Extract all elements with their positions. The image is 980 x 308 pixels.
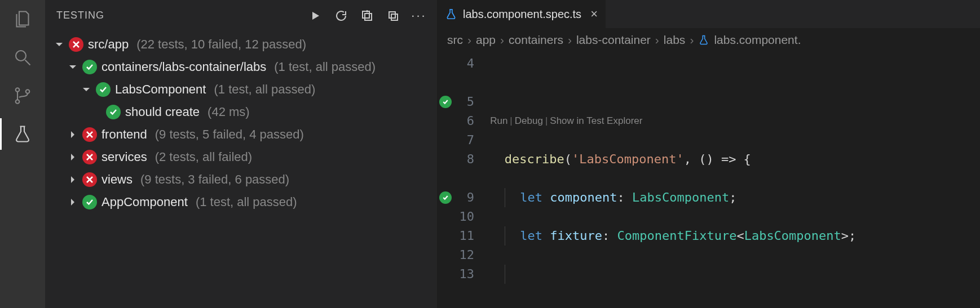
line-number: 11 (454, 226, 474, 245)
tree-node-labs-path[interactable]: containers/labs-container/labs (1 test, … (45, 56, 437, 78)
editor-tabs: labs.component.spec.ts × (437, 0, 980, 28)
status-pass-icon (106, 105, 121, 119)
breadcrumb-segment[interactable]: labs (664, 33, 686, 47)
collapse-all-icon (386, 9, 400, 23)
chevron-down-icon (68, 63, 77, 72)
chevron-down-icon (82, 85, 91, 94)
svg-rect-6 (391, 14, 398, 20)
tree-node-src-app[interactable]: src/app (22 tests, 10 failed, 12 passed) (45, 33, 437, 56)
svg-point-1 (16, 88, 20, 92)
chevron-right-icon: › (568, 33, 572, 47)
line-number: 13 (454, 265, 474, 284)
activity-source-control[interactable] (11, 84, 34, 107)
test-tree: src/app (22 tests, 10 failed, 12 passed)… (45, 31, 437, 308)
new-window-icon (360, 9, 374, 23)
activity-search[interactable] (11, 46, 34, 69)
typescript-test-icon (445, 8, 457, 20)
tree-node-views[interactable]: views (9 tests, 3 failed, 6 passed) (45, 168, 437, 191)
tree-node-label: should create (125, 105, 200, 119)
status-pass-icon (82, 60, 97, 74)
tree-node-label: containers/labs-container/labs (101, 60, 266, 74)
gutter-pass-icon[interactable] (439, 96, 452, 108)
tree-node-app-component[interactable]: AppComponent (1 test, all passed) (45, 191, 437, 213)
tree-node-should-create[interactable]: should create (42 ms) (45, 101, 437, 123)
line-number: 8 (454, 150, 474, 169)
tree-node-frontend[interactable]: frontend (9 tests, 5 failed, 4 passed) (45, 123, 437, 146)
tree-node-meta: (22 tests, 10 failed, 12 passed) (136, 37, 306, 52)
tab-close-button[interactable]: × (587, 7, 598, 21)
editor: labs.component.spec.ts × src › app › con… (437, 0, 980, 308)
expand-all-button[interactable] (359, 8, 375, 24)
line-number: 6 (454, 111, 474, 131)
tree-node-meta: (9 tests, 5 failed, 4 passed) (155, 127, 304, 142)
chevron-down-icon (55, 40, 64, 49)
line-number: 5 (454, 92, 474, 111)
chevron-right-icon: › (655, 33, 659, 47)
tree-node-meta: (9 tests, 3 failed, 6 passed) (140, 172, 289, 187)
line-number: 9 (454, 188, 474, 207)
tree-node-label: AppComponent (101, 195, 188, 209)
breadcrumb-segment[interactable]: containers (509, 33, 563, 47)
status-fail-icon (82, 172, 97, 187)
chevron-right-icon (68, 153, 77, 162)
status-fail-icon (69, 37, 83, 52)
editor-tab-active[interactable]: labs.component.spec.ts × (437, 0, 606, 28)
breadcrumb-segment[interactable]: labs-container (576, 33, 651, 47)
tree-node-label: LabsComponent (115, 82, 206, 97)
tree-node-meta: (1 test, all passed) (274, 60, 376, 74)
svg-point-2 (16, 100, 20, 104)
refresh-tests-button[interactable] (333, 8, 349, 24)
tree-node-meta: (1 test, all passed) (214, 82, 315, 97)
status-pass-icon (96, 82, 111, 97)
tree-node-label: services (101, 150, 147, 164)
status-fail-icon (82, 127, 97, 142)
breadcrumb-segment[interactable]: app (476, 33, 496, 47)
code-content[interactable]: Run|Debug|Show in Test Explorer describe… (482, 52, 980, 308)
code-area[interactable]: 4 5 6 7 8 9 10 11 12 13 Run|Debug|Show i… (437, 52, 980, 308)
tree-node-label: src/app (88, 37, 129, 52)
collapse-all-button[interactable] (385, 8, 401, 24)
line-number: 7 (454, 131, 474, 150)
tree-node-label: frontend (101, 127, 147, 142)
typescript-test-icon (698, 34, 709, 46)
chevron-right-icon: › (690, 33, 694, 47)
testing-panel-title: TESTING (56, 10, 104, 21)
line-number-gutter: 4 5 6 7 8 9 10 11 12 13 (454, 52, 482, 308)
chevron-right-icon (68, 175, 77, 184)
files-icon (12, 9, 33, 29)
tree-node-label: views (101, 172, 133, 187)
tree-node-meta: (42 ms) (208, 105, 250, 119)
gutter-pass-icon[interactable] (439, 191, 452, 204)
activity-testing[interactable] (11, 123, 34, 145)
line-number: 4 (454, 54, 474, 73)
refresh-icon (334, 9, 348, 23)
play-icon (308, 9, 322, 23)
status-fail-icon (82, 150, 97, 164)
beaker-icon (12, 124, 33, 144)
testing-panel-header: TESTING ··· (45, 0, 437, 31)
gutter-test-status (437, 52, 454, 308)
breadcrumb-segment[interactable]: labs.component. (714, 33, 801, 47)
activity-explorer[interactable] (11, 8, 34, 30)
status-pass-icon (82, 195, 97, 209)
svg-point-3 (26, 90, 30, 93)
tree-node-meta: (2 tests, all failed) (155, 150, 252, 164)
codelens-run[interactable]: Run (490, 115, 507, 126)
more-actions-button[interactable]: ··· (411, 8, 427, 24)
codelens-debug[interactable]: Debug (515, 115, 543, 126)
svg-rect-4 (363, 11, 369, 18)
tree-node-services[interactable]: services (2 tests, all failed) (45, 146, 437, 168)
svg-rect-5 (389, 12, 395, 18)
breadcrumbs[interactable]: src › app › containers › labs-container … (437, 28, 980, 52)
breadcrumb-segment[interactable]: src (447, 33, 463, 47)
tree-node-labs-component[interactable]: LabsComponent (1 test, all passed) (45, 78, 437, 101)
chevron-right-icon (68, 130, 77, 139)
line-number: 10 (454, 207, 474, 226)
run-tests-button[interactable] (307, 8, 323, 24)
line-number: 12 (454, 245, 474, 265)
testing-panel: TESTING ··· src/a (45, 0, 437, 308)
search-icon (12, 47, 33, 68)
chevron-right-icon (68, 198, 77, 207)
tree-node-meta: (1 test, all passed) (196, 195, 297, 209)
codelens-show[interactable]: Show in Test Explorer (550, 115, 642, 126)
